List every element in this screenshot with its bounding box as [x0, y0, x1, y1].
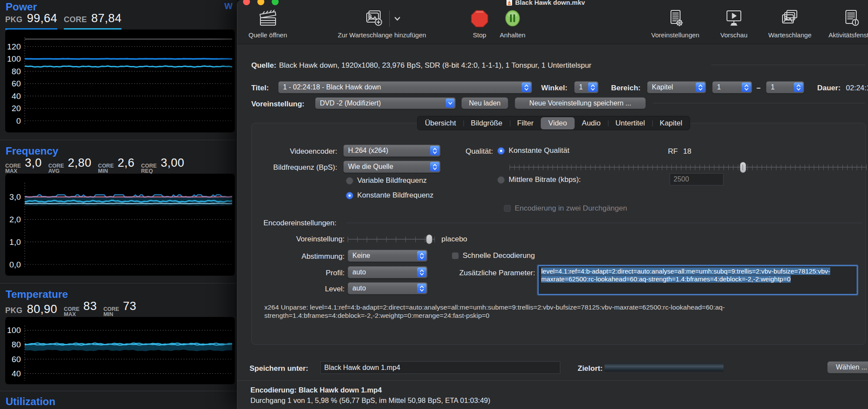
extra-params-textarea[interactable]: level=4.1:ref=4:b-adapt=2:direct=auto:an… — [538, 265, 858, 295]
tab-untertitel[interactable]: Untertitel — [608, 117, 652, 129]
stat-value: 87,84 — [91, 12, 122, 25]
chapter-to-stepper[interactable]: 1 — [766, 81, 804, 93]
tab-audio[interactable]: Audio — [575, 117, 608, 129]
range-type-value: Kapitel — [648, 83, 696, 91]
updown-chevrons-icon — [417, 284, 426, 293]
range-type-select[interactable]: Kapitel — [647, 81, 706, 93]
svg-text:1,0: 1,0 — [10, 237, 21, 247]
updown-chevrons-icon — [417, 251, 426, 261]
framerate-value: Wie die Quelle — [344, 163, 430, 171]
encoder-preset-thumb[interactable] — [426, 234, 432, 244]
tab-video[interactable]: Video — [541, 117, 574, 129]
pause-button[interactable]: Anhalten — [493, 6, 532, 43]
range-dash: – — [756, 84, 760, 92]
svg-text:80: 80 — [12, 340, 21, 349]
vfr-radio[interactable] — [346, 177, 353, 185]
choose-label: Wählen ... — [836, 363, 867, 371]
screen: { "monitor": { "sections": [ { "title": … — [0, 0, 868, 409]
tab-kapitel[interactable]: Kapitel — [652, 117, 690, 129]
tab-bildgroesse[interactable]: Bildgröße — [464, 117, 510, 129]
svg-text:0,0: 0,0 — [10, 260, 21, 269]
queue-button[interactable]: Warteschlange — [757, 6, 822, 43]
stat-sublabel: MAX — [64, 312, 79, 317]
profile-select[interactable]: auto — [348, 266, 427, 278]
tab-filter[interactable]: Filter — [510, 117, 541, 129]
activity-window-button[interactable]: Aktivitätsfenster — [817, 6, 868, 43]
section-divider — [0, 283, 237, 284]
encoder-preset-label: Voreinstellung: — [262, 235, 345, 244]
frequency-chart: 3,02,01,00,0 — [5, 174, 235, 276]
filename-field[interactable]: Black Hawk down 1.mp4 — [320, 361, 560, 374]
fast-decode-label: Schnelle Decodierung — [463, 251, 535, 260]
filename-value: Black Hawk down 1.mp4 — [324, 364, 400, 372]
system-monitor-panel: Power W PKG 99,64 CORE 87,84 12010080604… — [0, 0, 237, 409]
updown-chevrons-icon — [696, 82, 705, 92]
divider — [711, 65, 865, 65]
angle-stepper[interactable]: 1 — [574, 81, 598, 93]
extra-params-value: level=4.1:ref=4:b-adapt=2:direct=auto:an… — [541, 267, 830, 283]
quality-slider-thumb[interactable] — [740, 162, 746, 173]
tab-uebersicht[interactable]: Übersicht — [418, 117, 464, 129]
preset-select[interactable]: DVD -2 (Modifiziert) — [315, 97, 456, 109]
abr-radio-row[interactable]: Mittlere Bitrate (kbps): — [497, 175, 581, 184]
svg-text:100: 100 — [7, 54, 21, 63]
fast-decode-row[interactable]: Schnelle Decodierung — [452, 251, 535, 260]
chapter-from-stepper[interactable]: 1 — [712, 81, 752, 93]
abr-radio[interactable] — [497, 176, 505, 184]
rf-label: RF — [668, 147, 678, 156]
utilization-section-title: Utilization — [6, 396, 56, 408]
choose-destination-button[interactable]: Wählen ... — [827, 361, 868, 373]
svg-text:0: 0 — [16, 116, 21, 125]
bitrate-field: 2500 — [670, 173, 723, 185]
power-chart: 120100806040200 — [5, 30, 235, 132]
cq-radio-row[interactable]: Konstante Qualität — [497, 146, 569, 155]
reload-label: Neu laden — [469, 99, 501, 107]
quality-label: Qualität: — [457, 147, 493, 156]
status-divider — [237, 380, 868, 381]
power-stats: PKG 99,64 CORE 87,84 — [5, 12, 128, 30]
presets-label: Voreinstellungen — [641, 31, 710, 39]
range-label: Bereich: — [611, 84, 641, 92]
open-source-button[interactable]: Quelle öffnen — [237, 6, 298, 43]
queue-label: Warteschlange — [757, 31, 822, 39]
preset-label: Voreinstellung: — [251, 100, 304, 109]
preview-button[interactable]: Vorschau — [710, 6, 758, 43]
preview-label: Vorschau — [710, 31, 758, 39]
cfr-radio[interactable] — [346, 192, 353, 199]
source-value: Black Hawk down, 1920x1080, 23,976 BpS, … — [279, 61, 592, 70]
activity-window-label: Aktivitätsfenster — [817, 31, 868, 39]
stat-value: 73 — [123, 300, 136, 313]
chevron-down-icon — [446, 99, 454, 108]
encoder-preset-slider[interactable] — [348, 234, 434, 244]
vfr-radio-row[interactable]: Variable Bildfrequenz — [346, 176, 427, 185]
save-new-preset-button[interactable]: Neue Voreinstellung speichern ... — [515, 97, 646, 109]
cq-radio[interactable] — [497, 147, 505, 155]
section-divider — [0, 140, 237, 140]
framerate-select[interactable]: Wie die Quelle — [343, 161, 441, 173]
level-select[interactable]: auto — [348, 282, 427, 294]
stat-value: 99,64 — [27, 12, 57, 25]
add-to-queue-menu[interactable] — [389, 10, 401, 27]
destination-path-redacted — [605, 363, 723, 372]
cq-label: Konstante Qualität — [509, 146, 569, 155]
reload-preset-button[interactable]: Neu laden — [461, 97, 508, 109]
presets-button[interactable]: Voreinstellungen — [641, 6, 710, 43]
profile-label: Profil: — [262, 269, 345, 277]
title-select[interactable]: 1 - 02:24:18 - Black Hawk down — [278, 81, 532, 93]
stat-label: PKG — [5, 15, 23, 24]
fast-decode-checkbox[interactable] — [452, 252, 459, 259]
save-as-label: Speichern unter: — [250, 364, 308, 373]
svg-text:60: 60 — [12, 79, 21, 88]
quality-slider[interactable] — [510, 162, 866, 173]
cfr-radio-row[interactable]: Konstante Bildfrequenz — [346, 191, 434, 200]
stop-button[interactable]: Stop — [464, 6, 495, 43]
stat-value: 2,80 — [68, 156, 92, 170]
power-unit-label: W — [224, 1, 233, 11]
add-to-queue-button[interactable]: Zur Warteschlange hinzufügen — [326, 6, 438, 43]
presets-icon — [641, 6, 710, 31]
stat-value: 80,90 — [27, 303, 57, 316]
angle-label: Winkel: — [541, 84, 567, 92]
stat-sublabel: MIN — [98, 168, 114, 174]
tune-select[interactable]: Keine — [348, 250, 427, 262]
videoencoder-select[interactable]: H.264 (x264) — [343, 145, 441, 157]
